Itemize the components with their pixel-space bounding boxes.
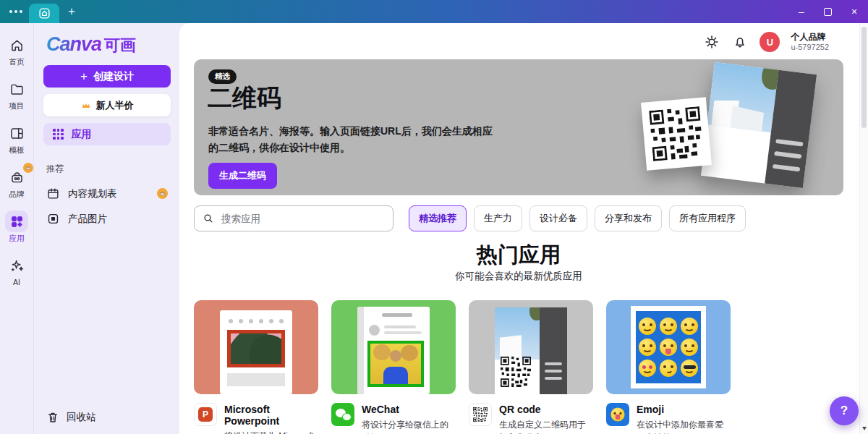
wechat-icon bbox=[331, 403, 354, 426]
apps-grid: P Microsoft Powerpoint 将设计下载为 Microsoft … bbox=[194, 300, 731, 434]
sidebar-panel: Canva 可画 + 创建设计 新人半价 应用 推荐 内容规划表 产品图片 bbox=[35, 23, 179, 434]
create-design-button[interactable]: + 创建设计 bbox=[43, 65, 171, 88]
plus-icon: + bbox=[80, 69, 88, 84]
calendar-icon bbox=[46, 187, 60, 200]
panel-item-apps[interactable]: 应用 bbox=[43, 123, 171, 145]
sidebar-item-brand[interactable]: 品牌 bbox=[5, 166, 28, 200]
app-name: Microsoft Powerpoint bbox=[224, 404, 318, 427]
tab-share-publish[interactable]: 分享和发布 bbox=[595, 205, 662, 231]
app-shell: 首页 项目 模板 品牌 应用 bbox=[0, 23, 868, 434]
scrollbar[interactable] bbox=[859, 23, 868, 434]
hero-description: 非常适合名片、海报等。输入页面链接URL后，我们会生成相应的二维码，供你在设计中… bbox=[208, 123, 502, 156]
panel-apps-label: 应用 bbox=[72, 128, 92, 141]
emoji-face bbox=[639, 339, 656, 356]
hero-banner: 精选 二维码 非常适合名片、海报等。输入页面链接URL后，我们会生成相应的二维码… bbox=[194, 59, 843, 195]
new-tab-button[interactable]: + bbox=[64, 0, 80, 23]
sidebar-item-label: 首页 bbox=[9, 57, 25, 67]
emoji-icon bbox=[606, 403, 629, 426]
qr-tile-art bbox=[469, 300, 593, 394]
promo-button[interactable]: 新人半价 bbox=[43, 94, 171, 116]
sidebar-item-ai[interactable]: AI bbox=[5, 255, 28, 286]
app-card-wechat[interactable]: WeChat 将设计分享给微信上的群组。 bbox=[331, 300, 456, 434]
panel-item-content-planner[interactable]: 内容规划表 bbox=[43, 181, 171, 206]
profile-name: 个人品牌 bbox=[791, 32, 829, 43]
recommend-label: 推荐 bbox=[46, 163, 168, 175]
notifications-bell-icon[interactable] bbox=[731, 33, 749, 51]
profile-info[interactable]: 个人品牌 u-5797252 bbox=[791, 32, 829, 53]
qr-code-image bbox=[649, 106, 704, 161]
search-icon bbox=[203, 213, 214, 224]
minimize-button[interactable]: – bbox=[796, 7, 807, 17]
poster-preview bbox=[701, 62, 817, 188]
panel-item-label: 产品图片 bbox=[68, 213, 107, 226]
powerpoint-icon: P bbox=[194, 403, 217, 426]
sidebar-item-projects[interactable]: 项目 bbox=[5, 78, 28, 111]
ai-sparkle-icon bbox=[5, 255, 28, 276]
more-menu-icon[interactable] bbox=[9, 10, 22, 13]
section-title: 热门应用 bbox=[194, 241, 843, 270]
hero-title: 二维码 bbox=[208, 82, 281, 115]
scrollbar-thumb[interactable] bbox=[861, 27, 867, 128]
sidebar-rail: 首页 项目 模板 品牌 应用 bbox=[0, 23, 34, 434]
canva-logo[interactable]: Canva 可画 bbox=[46, 33, 171, 56]
maximize-button[interactable] bbox=[824, 8, 832, 16]
app-tab[interactable] bbox=[29, 4, 59, 23]
create-design-label: 创建设计 bbox=[93, 70, 134, 83]
qr-code-icon bbox=[469, 403, 492, 426]
template-icon bbox=[5, 122, 28, 144]
app-card-qr-code[interactable]: QR code 生成自定义二维码用于打印和分享 bbox=[469, 300, 593, 434]
avatar[interactable]: U bbox=[760, 32, 780, 52]
trash-icon bbox=[46, 411, 59, 424]
emoji-face bbox=[681, 339, 698, 356]
panel-item-product-photos[interactable]: 产品图片 bbox=[43, 206, 171, 231]
app-card-emoji[interactable]: Emoji 在设计中添加你最喜爱的表情符号。 bbox=[606, 300, 731, 434]
emoji-tile-art bbox=[606, 300, 731, 394]
header-actions: U 个人品牌 u-5797252 bbox=[703, 32, 849, 53]
building-photo bbox=[707, 62, 779, 132]
titlebar: + – × bbox=[0, 0, 868, 23]
tab-featured[interactable]: 精选推荐 bbox=[409, 205, 467, 231]
main-content: U 个人品牌 u-5797252 精选 二维码 非常适合名片、海报等。输入页面链… bbox=[179, 23, 859, 434]
filter-tabs: 精选推荐 生产力 设计必备 分享和发布 所有应用程序 bbox=[409, 205, 746, 231]
sidebar-item-apps[interactable]: 应用 bbox=[5, 210, 28, 244]
panel-item-label: 内容规划表 bbox=[68, 187, 117, 200]
app-description: 将设计分享给微信上的群组。 bbox=[362, 418, 456, 434]
wechat-tile-art bbox=[331, 300, 456, 394]
tab-productivity[interactable]: 生产力 bbox=[474, 205, 522, 231]
tab-design-essentials[interactable]: 设计必备 bbox=[529, 205, 587, 231]
qr-code-card bbox=[641, 97, 712, 170]
app-description: 在设计中添加你最喜爱的表情符号。 bbox=[637, 418, 731, 434]
profile-id: u-5797252 bbox=[791, 43, 829, 53]
app-search[interactable] bbox=[194, 205, 393, 231]
trash-label: 回收站 bbox=[67, 411, 96, 424]
chevron-down-icon[interactable] bbox=[840, 38, 849, 47]
close-button[interactable]: × bbox=[849, 7, 859, 17]
emoji-face bbox=[660, 318, 677, 335]
app-name: WeChat bbox=[362, 404, 456, 415]
app-name: QR code bbox=[499, 404, 593, 415]
settings-gear-icon[interactable] bbox=[703, 33, 720, 51]
app-description: 将设计下载为 Microsoft powerpoint 文档。 bbox=[224, 430, 318, 434]
home-icon bbox=[5, 34, 28, 56]
sidebar-item-label: 品牌 bbox=[9, 190, 25, 200]
canva-logo-cn-text: 可画 bbox=[104, 35, 136, 56]
emoji-face bbox=[639, 318, 656, 335]
trash-item[interactable]: 回收站 bbox=[46, 411, 96, 424]
help-button[interactable]: ? bbox=[830, 396, 859, 425]
search-input[interactable] bbox=[220, 213, 385, 225]
sidebar-item-label: 项目 bbox=[9, 101, 25, 111]
home-tab-icon bbox=[38, 7, 51, 20]
app-name: Emoji bbox=[637, 404, 731, 415]
qr-code-image bbox=[501, 357, 531, 387]
sidebar-item-templates[interactable]: 模板 bbox=[5, 122, 28, 156]
scrollbar-down-arrow[interactable] bbox=[862, 427, 867, 430]
canva-logo-text: Canva bbox=[46, 33, 101, 56]
generate-qr-button[interactable]: 生成二维码 bbox=[208, 163, 277, 189]
emoji-face bbox=[681, 359, 698, 377]
app-card-powerpoint[interactable]: P Microsoft Powerpoint 将设计下载为 Microsoft … bbox=[194, 300, 318, 434]
tab-all-apps[interactable]: 所有应用程序 bbox=[669, 205, 746, 231]
emoji-face bbox=[639, 359, 656, 377]
crown-badge-icon bbox=[157, 188, 168, 199]
sidebar-item-home[interactable]: 首页 bbox=[5, 34, 28, 67]
section-subtitle: 你可能会喜欢的最新优质应用 bbox=[194, 270, 843, 283]
